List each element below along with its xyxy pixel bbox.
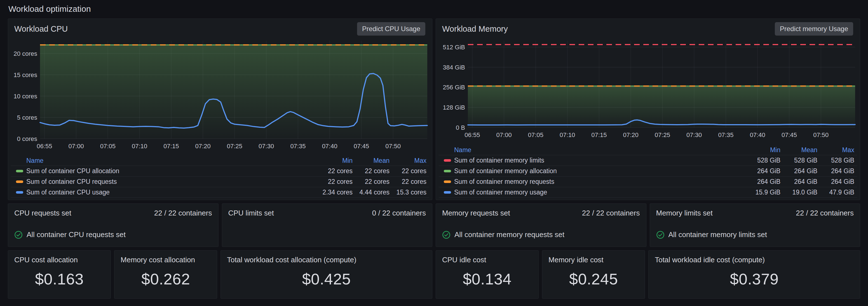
stat-panel-title[interactable]: Memory requests set: [442, 209, 510, 218]
legend-series-label[interactable]: Sum of container CPU requests: [26, 178, 117, 186]
cost-panel-title[interactable]: CPU cost allocation: [14, 255, 104, 264]
legend-min-value: 528 GiB: [741, 157, 780, 164]
series-swatch: [16, 180, 23, 183]
svg-text:07:15: 07:15: [163, 143, 179, 150]
panel-memory-requests-set: Memory requests set 22 / 22 containers A…: [436, 203, 646, 247]
legend-header-row: Name Min Mean Max: [439, 145, 857, 155]
predict-cpu-usage-button[interactable]: Predict CPU Usage: [357, 22, 425, 35]
svg-text:07:00: 07:00: [496, 132, 512, 138]
legend-min-value: 15.9 GiB: [741, 189, 780, 196]
panel-cpu-cost-allocation: CPU cost allocation $0.163: [8, 250, 111, 299]
legend-row: Sum of container CPU requests 22 cores 2…: [11, 176, 429, 187]
cost-panel-title[interactable]: Total workload cost allocation (compute): [227, 255, 426, 264]
panel-title-workload-cpu[interactable]: Workload CPU: [14, 24, 68, 34]
panel-memory-cost-allocation: Memory cost allocation $0.262: [114, 250, 217, 299]
dashboard-page: Workload optimization Workload CPU Predi…: [0, 0, 868, 299]
legend-min-value: 22 cores: [313, 167, 352, 175]
check-circle-icon: [14, 231, 23, 239]
legend-col-name[interactable]: Name: [16, 157, 313, 165]
legend-series-label[interactable]: Sum of container memory allocation: [454, 167, 557, 175]
legend-col-mean[interactable]: Mean: [352, 157, 390, 165]
containers-count: 22 / 22 containers: [154, 209, 212, 218]
status-text: All container CPU requests set: [27, 230, 126, 239]
series-swatch: [444, 170, 451, 172]
svg-text:0 B: 0 B: [456, 124, 465, 131]
svg-text:07:20: 07:20: [195, 143, 211, 150]
legend-col-name[interactable]: Name: [444, 146, 741, 154]
svg-text:07:45: 07:45: [781, 132, 797, 138]
svg-text:15 cores: 15 cores: [14, 72, 37, 79]
stat-panel-title[interactable]: CPU requests set: [14, 209, 71, 218]
legend-col-max[interactable]: Max: [390, 157, 427, 165]
cost-panel-title[interactable]: Memory cost allocation: [121, 255, 211, 264]
predict-memory-usage-button[interactable]: Predict memory Usage: [775, 22, 853, 35]
containers-count: 0 / 22 containers: [372, 209, 426, 218]
status-text: All container memory requests set: [455, 230, 564, 239]
legend-mean-value: 22 cores: [352, 178, 390, 186]
panel-title-workload-memory[interactable]: Workload Memory: [442, 24, 508, 34]
legend-max-value: 22 cores: [390, 178, 427, 186]
legend-col-min[interactable]: Min: [313, 157, 352, 165]
status-line: All container memory limits set: [656, 230, 854, 239]
stat-panel-title[interactable]: Memory limits set: [656, 209, 713, 218]
status-text: All container memory limits set: [669, 230, 767, 239]
svg-text:07:50: 07:50: [813, 132, 829, 138]
stats-row: CPU requests set 22 / 22 containers All …: [8, 203, 860, 247]
page-title: Workload optimization: [8, 4, 860, 14]
svg-text:07:40: 07:40: [322, 143, 338, 150]
svg-text:10 cores: 10 cores: [14, 93, 37, 100]
legend-mean-value: 19.0 GiB: [780, 189, 817, 196]
legend-col-min[interactable]: Min: [741, 146, 780, 154]
cost-panel-title[interactable]: Memory idle cost: [549, 255, 639, 264]
svg-text:20 cores: 20 cores: [14, 50, 37, 57]
cost-value: $0.134: [463, 270, 512, 288]
svg-text:07:50: 07:50: [385, 143, 401, 150]
svg-text:07:35: 07:35: [718, 132, 734, 138]
panel-total-workload-cost-allocation: Total workload cost allocation (compute)…: [220, 250, 432, 299]
stat-panel-title[interactable]: CPU limits set: [228, 209, 274, 218]
svg-text:07:45: 07:45: [354, 143, 369, 150]
legend-mean-value: 22 cores: [352, 167, 390, 175]
cost-value: $0.245: [569, 270, 618, 288]
panel-memory-idle-cost: Memory idle cost $0.245: [542, 250, 645, 299]
svg-text:07:30: 07:30: [258, 143, 274, 150]
panel-workload-cpu: Workload CPU Predict CPU Usage 0 cores5 …: [8, 19, 432, 200]
legend-series-label[interactable]: Sum of container memory usage: [454, 189, 547, 196]
series-swatch: [444, 191, 451, 194]
panel-cpu-idle-cost: CPU idle cost $0.134: [436, 250, 539, 299]
svg-text:07:10: 07:10: [132, 143, 147, 150]
panel-workload-memory: Workload Memory Predict memory Usage 0 B…: [436, 19, 860, 200]
panel-cpu-requests-set: CPU requests set 22 / 22 containers All …: [8, 203, 219, 247]
cost-value: $0.163: [35, 270, 84, 288]
legend-mean-value: 4.44 cores: [352, 189, 390, 196]
memory-timeseries-chart[interactable]: 0 B128 GiB256 GiB384 GiB512 GiB06:5507:0…: [439, 36, 857, 139]
status-line: All container CPU requests set: [14, 230, 212, 239]
cost-panel-title[interactable]: Total workload idle cost (compute): [655, 255, 854, 264]
legend-series-label[interactable]: Sum of container CPU usage: [26, 189, 110, 196]
legend-min-value: 264 GiB: [741, 167, 780, 175]
svg-text:0 cores: 0 cores: [17, 135, 37, 142]
legend-series-label[interactable]: Sum of container memory requests: [454, 178, 554, 186]
series-swatch: [444, 180, 451, 183]
legend-col-mean[interactable]: Mean: [780, 146, 817, 154]
svg-text:07:05: 07:05: [528, 132, 544, 138]
svg-text:07:05: 07:05: [100, 143, 116, 150]
legend-col-max[interactable]: Max: [817, 146, 854, 154]
status-line: All container memory requests set: [442, 230, 640, 239]
containers-count: 22 / 22 containers: [796, 209, 854, 218]
svg-text:06:55: 06:55: [465, 132, 480, 138]
cost-panel-title[interactable]: CPU idle cost: [442, 255, 532, 264]
cpu-legend-table: Name Min Mean Max Sum of container CPU a…: [11, 156, 429, 198]
panel-header: Workload Memory Predict memory Usage: [439, 22, 857, 36]
svg-text:07:30: 07:30: [686, 132, 702, 138]
legend-series-label[interactable]: Sum of container memory limits: [454, 157, 544, 164]
legend-min-value: 2.34 cores: [313, 189, 352, 196]
series-swatch: [16, 170, 23, 172]
legend-row: Sum of container memory limits 528 GiB 5…: [439, 155, 857, 166]
legend-row: Sum of container CPU usage 2.34 cores 4.…: [11, 187, 429, 198]
panel-memory-limits-set: Memory limits set 22 / 22 containers All…: [650, 203, 861, 247]
legend-row: Sum of container memory requests 264 GiB…: [439, 176, 857, 187]
svg-text:07:40: 07:40: [750, 132, 765, 138]
legend-series-label[interactable]: Sum of container CPU allocation: [26, 167, 119, 175]
cpu-timeseries-chart[interactable]: 0 cores5 cores10 cores15 cores20 cores06…: [11, 36, 429, 150]
